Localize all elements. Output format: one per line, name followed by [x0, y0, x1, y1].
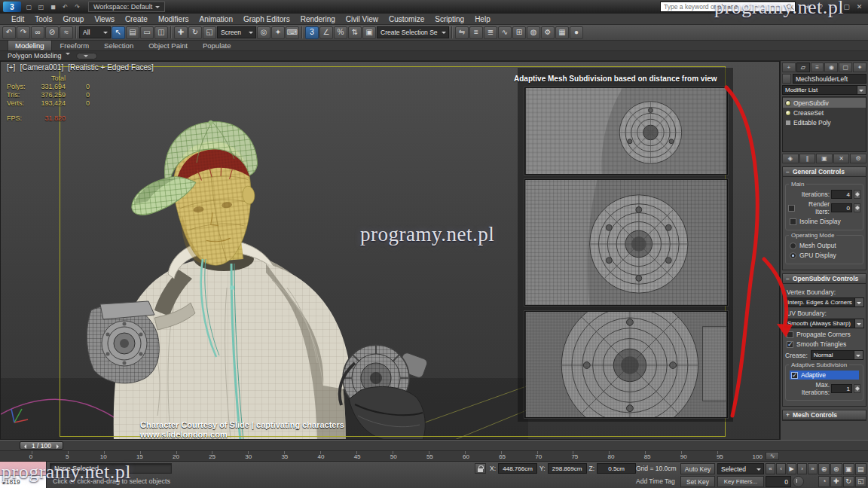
- render-iters-field[interactable]: 0: [831, 203, 852, 212]
- set-key-button[interactable]: Set Key: [680, 476, 715, 487]
- object-color-swatch[interactable]: [782, 74, 791, 84]
- field-of-view-icon[interactable]: ◔: [818, 476, 830, 488]
- menu-item[interactable]: Civil View: [341, 14, 384, 24]
- bind-to-space-warp-icon[interactable]: ≈: [60, 26, 73, 39]
- rendered-frame-window-icon[interactable]: ▦: [555, 26, 569, 39]
- tab-populate[interactable]: Populate: [196, 41, 238, 50]
- object-name-field[interactable]: MechShoulderLeft: [793, 74, 866, 84]
- mirror-icon[interactable]: ⇋: [455, 26, 469, 39]
- select-object-icon[interactable]: ↖: [112, 26, 125, 39]
- tab-freeform[interactable]: Freeform: [53, 41, 96, 50]
- menu-item[interactable]: Edit: [6, 14, 29, 24]
- tab-create[interactable]: +: [782, 63, 796, 72]
- unlink-selection-icon[interactable]: ⊘: [45, 26, 59, 39]
- stack-item-creaseset[interactable]: CreaseSet: [783, 108, 866, 117]
- stack-item-editable-poly[interactable]: Editable Poly: [783, 117, 866, 127]
- pan-icon[interactable]: ✚: [830, 476, 842, 488]
- help-icon[interactable]: ?: [815, 2, 827, 12]
- zoom-extents-all-icon[interactable]: ▤: [855, 463, 866, 475]
- menu-item[interactable]: Tools: [29, 14, 57, 24]
- max-iterations-spinner[interactable]: [854, 384, 860, 393]
- tab-hierarchy[interactable]: ≡: [811, 63, 824, 72]
- material-editor-icon[interactable]: ◍: [527, 26, 540, 39]
- align-icon[interactable]: ≡: [469, 26, 483, 39]
- rollout-header-opensubdiv-controls[interactable]: OpenSubdiv Controls: [783, 274, 866, 284]
- selection-filter-dropdown[interactable]: All: [79, 26, 111, 38]
- tab-modify[interactable]: ▱: [796, 63, 810, 72]
- show-end-result-button[interactable]: ∥: [799, 154, 816, 163]
- zoom-extents-icon[interactable]: ▣: [843, 463, 854, 475]
- rollout-header-general-controls[interactable]: General Controls: [783, 167, 866, 177]
- select-and-link-icon[interactable]: ∞: [31, 26, 44, 39]
- menu-item[interactable]: Modifiers: [153, 14, 194, 24]
- search-input[interactable]: [661, 2, 784, 11]
- z-coordinate-field[interactable]: 0.5cm: [597, 463, 636, 474]
- menu-item[interactable]: Scripting: [429, 14, 469, 24]
- redo-icon[interactable]: ↷: [17, 26, 30, 39]
- minimize-icon[interactable]: ─: [828, 2, 839, 12]
- rectangular-selection-region-icon[interactable]: ▭: [140, 26, 154, 39]
- search-icon[interactable]: [784, 2, 795, 11]
- curve-editor-icon[interactable]: ∿: [498, 26, 512, 39]
- y-coordinate-field[interactable]: 298.869cm: [548, 463, 587, 474]
- layer-manager-icon[interactable]: ≣: [484, 26, 497, 39]
- next-frame-button[interactable]: ›: [797, 463, 807, 474]
- percent-snap-icon[interactable]: %: [334, 26, 347, 39]
- key-filters-button[interactable]: Key Filters...: [717, 476, 764, 487]
- auto-key-button[interactable]: Auto Key: [680, 463, 715, 474]
- menu-item[interactable]: Group: [58, 14, 90, 24]
- track-bar[interactable]: 0510152025303540455055606570758085909510…: [0, 450, 868, 461]
- menu-item[interactable]: Customize: [384, 14, 429, 24]
- rollout-header-mesh-controls[interactable]: Mesh Controls: [783, 410, 866, 420]
- configure-modifier-sets-button[interactable]: ⚙: [850, 154, 866, 163]
- viewport-menu-shading[interactable]: [Realistic + Edged Faces]: [68, 63, 154, 72]
- select-and-rotate-icon[interactable]: ↻: [188, 26, 202, 39]
- macro-recorder-line[interactable]: [0, 462, 46, 476]
- orbit-icon[interactable]: ↻: [843, 476, 854, 488]
- adaptive-checkbox-row[interactable]: Adaptive: [790, 371, 859, 380]
- tab-motion[interactable]: ◉: [824, 63, 838, 72]
- play-button[interactable]: ▶: [787, 463, 796, 474]
- max-iterations-field[interactable]: 1: [831, 384, 852, 393]
- menu-item[interactable]: Views: [89, 14, 120, 24]
- tab-modeling[interactable]: Modeling: [8, 40, 52, 50]
- propagate-corners-checkbox[interactable]: [787, 331, 793, 338]
- render-production-icon[interactable]: ●: [570, 26, 583, 39]
- modifier-enable-bulb-icon[interactable]: [785, 100, 791, 106]
- vertex-boundary-dropdown[interactable]: Interp. Edges & Corners: [784, 297, 864, 307]
- go-to-end-button[interactable]: »: [808, 463, 818, 474]
- ribbon-minimize-button[interactable]: [76, 53, 97, 59]
- tab-display[interactable]: ▢: [839, 63, 852, 72]
- listener-line[interactable]: 21819: [0, 476, 46, 488]
- uv-boundary-dropdown[interactable]: Smooth (Always Sharp): [784, 319, 864, 328]
- favorites-icon[interactable]: ★: [802, 2, 814, 12]
- zoom-all-icon[interactable]: ⊛: [830, 463, 842, 475]
- camera-viewport[interactable]: [+] [Camera001] [Realistic + Edged Faces…: [0, 61, 780, 440]
- app-logo[interactable]: 3: [3, 2, 21, 12]
- isoline-display-checkbox[interactable]: [790, 218, 796, 225]
- open-mini-curve-editor-button[interactable]: ∿: [766, 452, 779, 460]
- crease-dropdown[interactable]: Normal: [811, 350, 863, 360]
- keyboard-shortcut-override-icon[interactable]: ⌨: [286, 26, 299, 39]
- stack-item-opensubdiv[interactable]: OpenSubdiv: [783, 98, 866, 108]
- time-slider[interactable]: 1 / 100: [0, 440, 868, 450]
- workspace-dropdown[interactable]: Workspace: Default: [88, 2, 165, 12]
- zoom-icon[interactable]: ⊕: [818, 463, 830, 475]
- tab-object-paint[interactable]: Object Paint: [142, 41, 194, 50]
- polygon-modeling-panel[interactable]: Polygon Modeling: [8, 52, 70, 59]
- mesh-output-radio[interactable]: [790, 242, 796, 249]
- previous-frame-button[interactable]: ‹: [776, 463, 786, 474]
- gpu-display-radio[interactable]: [790, 252, 796, 259]
- menu-item[interactable]: Help: [469, 14, 496, 24]
- new-scene-icon[interactable]: ▢: [23, 2, 35, 12]
- make-unique-button[interactable]: ▣: [816, 154, 833, 163]
- remove-modifier-button[interactable]: ✕: [833, 154, 850, 163]
- open-file-icon[interactable]: ◰: [35, 2, 47, 12]
- selection-lock-toggle[interactable]: [475, 463, 486, 474]
- iterations-spinner[interactable]: [854, 190, 860, 199]
- menu-item[interactable]: Create: [120, 14, 153, 24]
- undo-icon[interactable]: ↶: [60, 2, 71, 12]
- restore-icon[interactable]: ▢: [841, 2, 852, 12]
- modifier-stack[interactable]: OpenSubdiv CreaseSet Editable Poly: [782, 96, 866, 152]
- add-time-tag[interactable]: Add Time Tag: [636, 477, 675, 485]
